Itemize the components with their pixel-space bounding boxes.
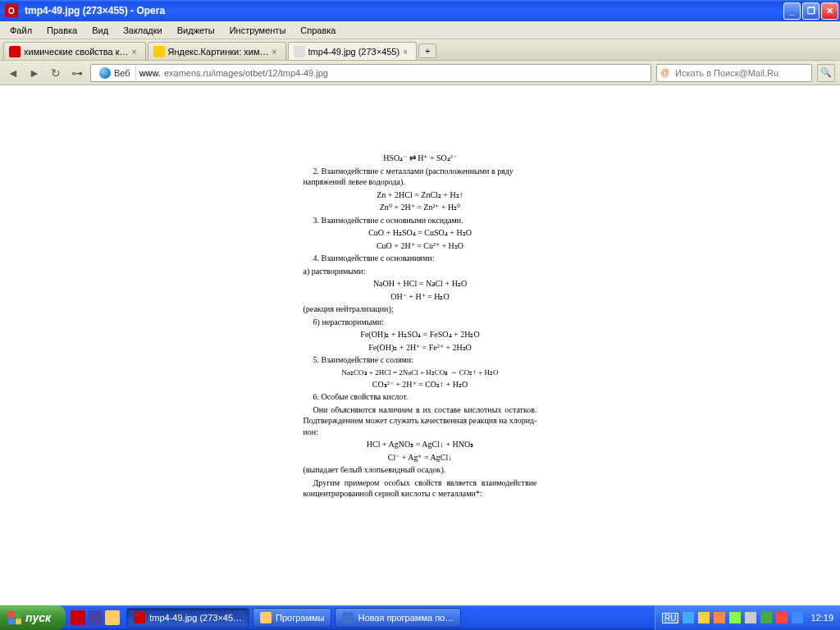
equation: Zn⁰ + 2H⁺ = Zn²⁺ + H₂⁰ — [304, 202, 537, 213]
doc-text: 4. Взаимодействие с основаниями: — [304, 253, 537, 264]
tab-close-icon[interactable]: × — [132, 48, 140, 56]
page-content: HSO₄⁻ ⇄ H⁺ + SO₄²⁻ 2. Взаимодействие с м… — [0, 85, 840, 605]
url-input[interactable] — [164, 68, 647, 78]
address-bar: ◄ ► ↻ ⊶ Веб www. @ 🔍 — [0, 61, 840, 85]
tab-label: Яндекс.Картинки: хим… — [168, 47, 269, 57]
tab-label: химические свойства к… — [24, 47, 129, 57]
doc-text: (реакция нейтрализации); — [304, 304, 537, 315]
menu-help[interactable]: Справка — [294, 24, 342, 37]
task-icon — [134, 612, 145, 623]
equation: Zn + 2HCl = ZnCl₂ + H₂↑ — [304, 189, 537, 201]
tab-1[interactable]: Яндекс.Картинки: хим… × — [148, 42, 286, 60]
favicon-icon — [153, 46, 165, 57]
search-provider-icon[interactable]: @ — [660, 67, 672, 79]
tray-icon[interactable] — [729, 612, 741, 623]
web-label: Веб — [114, 68, 130, 78]
task-label: Программы — [276, 613, 324, 623]
task-icon — [342, 612, 354, 623]
maximize-button[interactable]: ❐ — [802, 2, 819, 20]
tray-icon[interactable] — [776, 612, 788, 623]
favicon-icon — [9, 46, 21, 57]
tab-label: tmp4-49.jpg (273×455) — [308, 47, 400, 57]
start-button[interactable]: пуск — [0, 605, 66, 630]
taskbar-task-0[interactable]: tmp4-49.jpg (273×45… — [126, 608, 249, 628]
window-title: tmp4-49.jpg (273×455) - Opera — [21, 5, 783, 16]
equation: Na₂CO₃ + 2HCl = 2NaCl + H₂CO₃ → CO₂↑ + H… — [304, 368, 537, 377]
doc-text: 6. Особые свойства кислот. — [304, 391, 537, 403]
equation: Cl⁻ + Ag⁺ = AgCl↓ — [304, 452, 537, 463]
equation: Fe(OH)₂ + H₂SO₄ = FeSO₄ + 2H₂O — [304, 329, 537, 340]
doc-text: (выпадает белый хлопьевидный осадок). — [304, 464, 537, 476]
tab-2[interactable]: tmp4-49.jpg (273×455) × — [288, 42, 418, 60]
tray-icon[interactable] — [682, 612, 694, 623]
equation: HCl + AgNO₃ = AgCl↓ + HNO₃ — [304, 439, 537, 450]
close-button[interactable]: ✕ — [821, 2, 838, 20]
windows-logo-icon — [8, 611, 21, 624]
search-input[interactable] — [675, 68, 808, 78]
url-prefix: www. — [139, 68, 161, 78]
menu-widgets[interactable]: Виджеты — [171, 24, 221, 37]
quick-launch — [66, 605, 125, 630]
menu-tools[interactable]: Инструменты — [223, 24, 293, 37]
doc-text: б) нерастворимыми: — [304, 317, 537, 328]
back-button[interactable]: ◄ — [5, 65, 21, 81]
equation: CO₃²⁻ + 2H⁺ = CO₂↑ + H₂O — [304, 379, 537, 390]
minimize-button[interactable]: _ — [783, 2, 801, 20]
search-go-button[interactable]: 🔍 — [817, 64, 835, 82]
tray-icon[interactable] — [714, 612, 725, 623]
forward-button[interactable]: ► — [26, 65, 43, 81]
tray-icon[interactable] — [698, 612, 710, 623]
reload-button[interactable]: ↻ — [48, 65, 64, 81]
search-field[interactable]: @ — [656, 64, 812, 82]
opera-logo-icon: O — [5, 4, 18, 17]
taskbar: пуск tmp4-49.jpg (273×45… Программы Нова… — [0, 605, 840, 630]
web-selector[interactable]: Веб — [94, 65, 136, 81]
menu-edit[interactable]: Правка — [40, 24, 84, 37]
titlebar: O tmp4-49.jpg (273×455) - Opera _ ❐ ✕ — [0, 0, 840, 21]
tab-close-icon[interactable]: × — [403, 48, 411, 56]
menu-file[interactable]: Файл — [3, 24, 39, 37]
tray-icon[interactable] — [760, 612, 772, 623]
menubar: Файл Правка Вид Закладки Виджеты Инструм… — [0, 21, 840, 39]
task-label: tmp4-49.jpg (273×45… — [149, 613, 242, 623]
new-tab-button[interactable]: + — [418, 43, 436, 58]
quick-launch-icon[interactable] — [88, 610, 103, 625]
doc-text: а) растворимыми: — [304, 266, 537, 277]
document-image: HSO₄⁻ ⇄ H⁺ + SO₄²⁻ 2. Взаимодействие с м… — [304, 151, 537, 605]
doc-text: 3. Взаимодействие с основными оксидами. — [304, 215, 537, 226]
equation: OH⁻ + H⁺ = H₂O — [304, 291, 537, 303]
tray-icon[interactable] — [792, 612, 803, 623]
menu-bookmarks[interactable]: Закладки — [116, 24, 169, 37]
doc-text: Другим примером особых свойств является … — [304, 477, 537, 500]
equation: NaOH + HCl = NaCl + H₂O — [304, 278, 537, 290]
tab-0[interactable]: химические свойства к… × — [3, 42, 146, 60]
taskbar-task-2[interactable]: Новая программа по… — [335, 608, 461, 628]
task-label: Новая программа по… — [358, 613, 454, 623]
favicon-icon — [294, 46, 305, 57]
equation: CuO + 2H⁺ = Cu²⁺ + H₂O — [304, 240, 537, 252]
menu-view[interactable]: Вид — [85, 24, 115, 37]
quick-launch-opera-icon[interactable] — [71, 610, 85, 625]
url-field[interactable]: Веб www. — [90, 64, 651, 82]
system-tray: RU 12:19 — [655, 605, 840, 630]
tab-close-icon[interactable]: × — [272, 48, 281, 56]
quick-launch-icon[interactable] — [105, 610, 120, 625]
doc-text: Они объясняются наличием в их составе ки… — [304, 404, 537, 438]
equation: CuO + H₂SO₄ = CuSO₄ + H₂O — [304, 227, 537, 239]
doc-text: 2. Взаимодействие с металлами (расположе… — [304, 166, 537, 188]
tab-row: химические свойства к… × Яндекс.Картинки… — [0, 39, 840, 61]
equation: HSO₄⁻ ⇄ H⁺ + SO₄²⁻ — [304, 153, 537, 164]
start-label: пуск — [25, 611, 51, 624]
language-indicator[interactable]: RU — [662, 613, 678, 623]
taskbar-task-1[interactable]: Программы — [253, 608, 331, 628]
task-icon — [260, 612, 272, 623]
globe-icon — [99, 67, 111, 79]
tray-icon[interactable] — [745, 612, 756, 623]
wand-button[interactable]: ⊶ — [69, 65, 85, 81]
clock[interactable]: 12:19 — [807, 613, 833, 623]
doc-text: 5. Взаимодействие с солями: — [304, 354, 537, 366]
equation: Fe(OH)₂ + 2H⁺ = Fe²⁺ + 2H₂O — [304, 342, 537, 354]
